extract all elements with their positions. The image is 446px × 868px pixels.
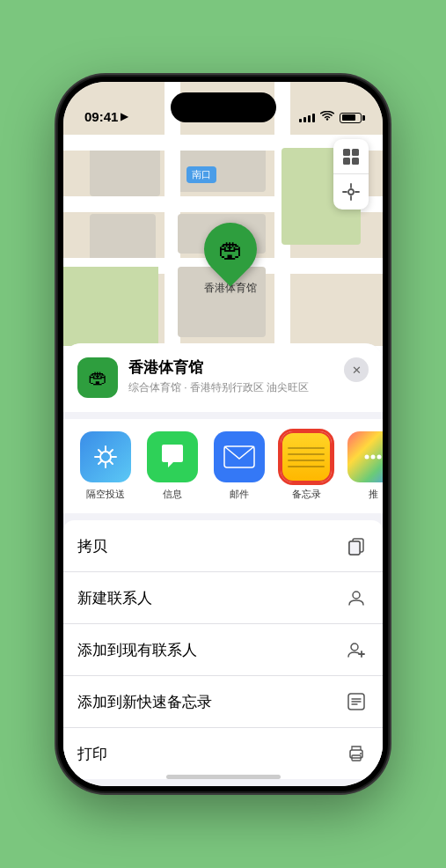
svg-point-25 (353, 592, 360, 599)
bottom-sheet: 🏟 香港体育馆 综合体育馆 · 香港特别行政区 油尖旺区 ✕ (63, 343, 383, 786)
mail-label: 邮件 (230, 488, 249, 501)
svg-point-4 (348, 189, 354, 195)
svg-rect-24 (349, 541, 360, 555)
mail-icon (214, 431, 265, 482)
svg-point-20 (371, 455, 376, 460)
copy-icon (344, 533, 369, 558)
svg-line-15 (109, 460, 113, 464)
new-contact-label: 新建联系人 (77, 588, 152, 608)
share-messages[interactable]: 信息 (144, 431, 201, 501)
quick-note-icon (344, 689, 369, 714)
action-copy[interactable]: 拷贝 (63, 520, 383, 572)
svg-point-35 (360, 753, 362, 754)
add-existing-icon (344, 637, 369, 662)
status-icons (299, 111, 362, 124)
quick-note-label: 添加到新快速备忘录 (77, 692, 212, 712)
phone-screen: 09:41 ▶ (63, 82, 383, 786)
pin-icon: 🏟 (218, 235, 243, 264)
home-indicator (166, 775, 281, 779)
new-contact-icon (344, 585, 369, 610)
phone-frame: 09:41 ▶ (58, 77, 388, 791)
venue-pin[interactable]: 🏟 香港体育馆 (204, 223, 257, 296)
venue-name: 香港体育馆 (128, 357, 369, 378)
map-layer-button[interactable] (333, 139, 369, 174)
share-mail[interactable]: 邮件 (211, 431, 267, 501)
svg-point-21 (377, 455, 382, 460)
svg-point-26 (351, 644, 358, 651)
action-new-contact[interactable]: 新建联系人 (63, 572, 383, 624)
share-airdrop[interactable]: 隔空投送 (77, 431, 134, 501)
airdrop-icon (80, 431, 131, 482)
svg-line-16 (109, 450, 113, 453)
more-label: 推 (369, 488, 378, 501)
venue-subtitle: 综合体育馆 · 香港特别行政区 油尖旺区 (128, 380, 369, 395)
signal-icon (299, 114, 315, 122)
print-icon (344, 741, 369, 766)
venue-info: 香港体育馆 综合体育馆 · 香港特别行政区 油尖旺区 (128, 357, 369, 395)
close-button[interactable]: ✕ (344, 357, 369, 382)
action-add-existing[interactable]: 添加到现有联系人 (63, 624, 383, 676)
notes-icon (281, 431, 332, 482)
action-print[interactable]: 打印 (63, 728, 383, 779)
sheet-header: 🏟 香港体育馆 综合体育馆 · 香港特别行政区 油尖旺区 ✕ (63, 343, 383, 412)
share-row: 隔空投送 信息 (63, 419, 383, 513)
notes-label: 备忘录 (292, 488, 321, 501)
messages-label: 信息 (163, 488, 182, 501)
venue-icon: 🏟 (77, 357, 118, 398)
battery-icon (340, 113, 362, 123)
more-icon (347, 431, 383, 482)
action-quick-note[interactable]: 添加到新快速备忘录 (63, 676, 383, 728)
share-notes[interactable]: 备忘录 (278, 431, 334, 501)
svg-line-14 (99, 450, 102, 453)
time-label: 09:41 (84, 109, 118, 124)
copy-label: 拷贝 (77, 536, 107, 556)
action-list: 拷贝 新建联系人 (63, 520, 383, 779)
wifi-icon (320, 111, 334, 124)
messages-icon (147, 431, 198, 482)
map-controls (333, 139, 369, 210)
svg-rect-2 (343, 158, 350, 165)
location-label: 南口 (186, 166, 216, 183)
svg-rect-0 (343, 149, 350, 156)
status-time: 09:41 ▶ (84, 109, 128, 124)
svg-rect-1 (352, 149, 359, 156)
location-button[interactable] (333, 174, 369, 210)
print-label: 打印 (77, 744, 107, 764)
svg-point-19 (365, 455, 369, 460)
svg-line-17 (99, 460, 102, 464)
location-arrow-icon: ▶ (121, 111, 128, 122)
share-more[interactable]: 推 (345, 431, 383, 501)
dynamic-island (171, 92, 276, 122)
airdrop-label: 隔空投送 (86, 488, 125, 501)
svg-rect-3 (352, 158, 359, 165)
add-existing-label: 添加到现有联系人 (77, 640, 197, 660)
